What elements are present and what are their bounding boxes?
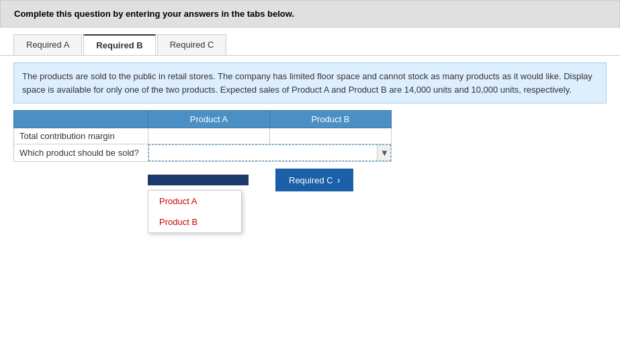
product-b-input-cell bbox=[270, 128, 392, 144]
info-text-content: The products are sold to the public in r… bbox=[22, 71, 592, 95]
tabs-container: Required A Required B Required C bbox=[0, 28, 620, 56]
instruction-text: Complete this question by entering your … bbox=[14, 9, 294, 19]
which-product-dropdown-input[interactable] bbox=[149, 145, 377, 161]
empty-column-header bbox=[14, 111, 148, 128]
instruction-bar: Complete this question by entering your … bbox=[0, 0, 620, 28]
tab-required-a-label: Required A bbox=[26, 40, 69, 50]
row-label-which-product: Which product should be sold? bbox=[14, 144, 148, 162]
row-label-contribution: Total contribution margin bbox=[14, 128, 148, 144]
product-b-input[interactable] bbox=[270, 128, 391, 144]
check-button[interactable] bbox=[148, 175, 249, 185]
buttons-row: Required C › bbox=[148, 169, 353, 191]
action-section: Required C › Product A Product B bbox=[148, 169, 353, 191]
dropdown-cell: ▼ bbox=[148, 144, 392, 162]
tab-required-b-label: Required B bbox=[96, 40, 142, 50]
bottom-area: Required C › Product A Product B bbox=[13, 169, 607, 191]
data-table: Product A Product B Total contribution m… bbox=[13, 110, 392, 162]
product-b-header: Product B bbox=[270, 111, 392, 128]
chevron-right-icon: › bbox=[337, 175, 341, 185]
dropdown-popup: Product A Product B bbox=[148, 190, 242, 233]
dropdown-option-product-a[interactable]: Product A bbox=[148, 191, 241, 212]
table-header-row: Product A Product B bbox=[14, 111, 392, 128]
info-text-area: The products are sold to the public in r… bbox=[13, 62, 607, 103]
table-row: Which product should be sold? ▼ bbox=[14, 144, 392, 162]
product-a-input-cell bbox=[148, 128, 270, 144]
table-row: Total contribution margin bbox=[14, 128, 392, 144]
dropdown-arrow-icon[interactable]: ▼ bbox=[377, 145, 390, 161]
tab-required-c-label: Required C bbox=[170, 40, 214, 50]
tab-required-c[interactable]: Required C bbox=[157, 34, 227, 55]
page-wrapper: Complete this question by entering your … bbox=[0, 0, 620, 364]
dropdown-option-product-b[interactable]: Product B bbox=[148, 212, 241, 232]
dropdown-wrapper[interactable]: ▼ bbox=[148, 144, 391, 161]
product-a-header: Product A bbox=[148, 111, 270, 128]
table-area: Product A Product B Total contribution m… bbox=[13, 110, 607, 162]
product-a-input[interactable] bbox=[148, 128, 269, 144]
required-c-button-label: Required C bbox=[289, 175, 333, 185]
required-c-button[interactable]: Required C › bbox=[275, 169, 353, 191]
tab-required-a[interactable]: Required A bbox=[13, 34, 82, 55]
tab-required-b[interactable]: Required B bbox=[83, 34, 155, 55]
